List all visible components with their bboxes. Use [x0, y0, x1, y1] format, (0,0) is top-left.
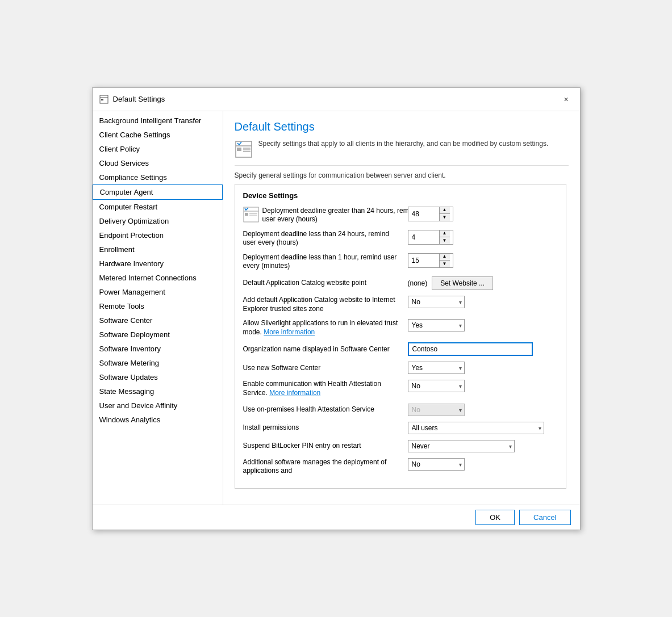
- device-settings-title: Device Settings: [243, 191, 558, 200]
- cancel-button[interactable]: Cancel: [519, 510, 570, 525]
- control-onprem-health: No Yes: [408, 404, 558, 416]
- sidebar-item-state-messaging[interactable]: State Messaging: [93, 384, 223, 398]
- spinner-deployment-less24h: ▲ ▼: [408, 230, 453, 245]
- spin-down-deployment-less1h[interactable]: ▼: [440, 261, 450, 267]
- section-subtitle: Specify general settings for communicati…: [235, 171, 569, 179]
- dialog-footer: OK Cancel: [93, 505, 580, 530]
- sidebar-item-software-inventory[interactable]: Software Inventory: [93, 342, 223, 356]
- sidebar-item-windows-analytics[interactable]: Windows Analytics: [93, 413, 223, 427]
- setting-row-onprem-health: Use on-premises Health Attestation Servi…: [243, 404, 558, 416]
- default-settings-dialog: Default Settings × Background Intelligen…: [92, 87, 581, 530]
- label-app-catalog: Default Application Catalog website poin…: [243, 279, 402, 288]
- main-title: Default Settings: [235, 120, 569, 133]
- select-additional-software[interactable]: No Yes: [408, 458, 465, 471]
- title-bar: Default Settings ×: [93, 88, 580, 111]
- select-silverlight[interactable]: Yes No: [408, 319, 465, 331]
- select-install-permissions[interactable]: All users Only administrators Only admin…: [408, 422, 544, 434]
- label-deployment-24h: Deployment deadline greater than 24 hour…: [262, 207, 421, 224]
- sidebar-item-client-policy[interactable]: Client Policy: [93, 142, 223, 156]
- control-deployment-less24h: ▲ ▼: [408, 230, 558, 245]
- silverlight-more-info-link[interactable]: More information: [264, 328, 315, 336]
- svg-rect-11: [245, 213, 248, 216]
- sidebar-item-compliance-settings[interactable]: Compliance Settings: [93, 170, 223, 184]
- sidebar-item-endpoint-protection[interactable]: Endpoint Protection: [93, 228, 223, 242]
- sidebar-item-enrollment[interactable]: Enrollment: [93, 242, 223, 257]
- svg-rect-5: [237, 148, 241, 151]
- org-name-input[interactable]: [408, 342, 533, 356]
- sidebar-item-cloud-services[interactable]: Cloud Services: [93, 156, 223, 170]
- spin-up-deployment-less24h[interactable]: ▲: [440, 230, 450, 237]
- settings-icon-deployment-24h: [243, 207, 259, 223]
- select-wrapper-new-software-center: Yes No: [408, 362, 465, 374]
- spin-down-deployment-less24h[interactable]: ▼: [440, 237, 450, 244]
- control-ie-trusted: No Yes: [408, 296, 558, 308]
- label-install-permissions: Install permissions: [243, 423, 402, 433]
- control-additional-software: No Yes: [408, 458, 558, 471]
- select-ie-trusted[interactable]: No Yes: [408, 296, 465, 308]
- spinner-buttons-deployment-less24h: ▲ ▼: [439, 230, 450, 244]
- spin-up-deployment-less1h[interactable]: ▲: [440, 254, 450, 261]
- settings-panel: Device Settings: [235, 184, 569, 500]
- main-content: Default Settings Specify settings that a…: [223, 111, 580, 505]
- spinner-input-deployment-less24h[interactable]: [408, 230, 439, 244]
- sidebar-item-software-center[interactable]: Software Center: [93, 313, 223, 328]
- select-wrapper-health-attestation: No Yes: [408, 380, 465, 392]
- sidebar-item-delivery-optimization[interactable]: Delivery Optimization: [93, 214, 223, 228]
- spinner-input-deployment-less1h[interactable]: [408, 254, 439, 267]
- spinner-buttons-deployment-less1h: ▲ ▼: [439, 254, 450, 267]
- description-icon: [235, 140, 253, 158]
- sidebar-item-client-cache-settings[interactable]: Client Cache Settings: [93, 128, 223, 142]
- select-wrapper-additional-software: No Yes: [408, 458, 465, 471]
- sidebar-item-power-management[interactable]: Power Management: [93, 285, 223, 299]
- spin-up-deployment-24h[interactable]: ▲: [440, 207, 450, 214]
- sidebar-item-software-metering[interactable]: Software Metering: [93, 356, 223, 370]
- svg-rect-2: [101, 99, 103, 100]
- sidebar-item-user-device-affinity[interactable]: User and Device Affinity: [93, 398, 223, 413]
- control-bitlocker: Never Always When managed by ConfigMgr: [408, 440, 558, 452]
- sidebar-item-software-updates[interactable]: Software Updates: [93, 370, 223, 384]
- setting-label-area-deployment-24h: Deployment deadline greater than 24 hour…: [243, 207, 402, 224]
- sidebar-item-hardware-inventory[interactable]: Hardware Inventory: [93, 257, 223, 271]
- setting-row-install-permissions: Install permissions All users Only admin…: [243, 422, 558, 434]
- select-wrapper-install-permissions: All users Only administrators Only admin…: [408, 422, 544, 434]
- title-bar-left: Default Settings: [99, 95, 165, 104]
- select-wrapper-onprem-health: No Yes: [408, 404, 465, 416]
- setting-row-health-attestation: Enable communication with Health Attesta…: [243, 380, 558, 397]
- set-website-button[interactable]: Set Website ...: [432, 276, 493, 290]
- setting-row-new-software-center: Use new Software Center Yes No: [243, 362, 558, 374]
- dialog-icon: [99, 95, 108, 104]
- sidebar-item-background-intelligent-transfer[interactable]: Background Intelligent Transfer: [93, 114, 223, 128]
- select-new-software-center[interactable]: Yes No: [408, 362, 465, 374]
- setting-row-additional-software: Additional software manages the deployme…: [243, 458, 558, 476]
- sidebar-item-metered-internet-connections[interactable]: Metered Internet Connections: [93, 271, 223, 285]
- label-ie-trusted: Add default Application Catalog website …: [243, 296, 402, 313]
- spinner-buttons-deployment-24h: ▲ ▼: [439, 207, 450, 221]
- sidebar-item-computer-agent[interactable]: Computer Agent: [93, 184, 223, 200]
- setting-row-ie-trusted: Add default Application Catalog website …: [243, 296, 558, 313]
- select-wrapper-ie-trusted: No Yes: [408, 296, 465, 308]
- setting-row-org-name: Organization name displayed in Software …: [243, 342, 558, 356]
- description-area: Specify settings that apply to all clien…: [235, 139, 569, 166]
- sidebar-item-computer-restart[interactable]: Computer Restart: [93, 200, 223, 214]
- sidebar-item-software-deployment[interactable]: Software Deployment: [93, 328, 223, 342]
- select-wrapper-bitlocker: Never Always When managed by ConfigMgr: [408, 440, 515, 452]
- sidebar: Background Intelligent TransferClient Ca…: [93, 111, 223, 505]
- control-silverlight: Yes No: [408, 319, 558, 331]
- close-button[interactable]: ×: [560, 93, 573, 106]
- spinner-input-deployment-24h[interactable]: [408, 207, 439, 221]
- sidebar-item-remote-tools[interactable]: Remote Tools: [93, 299, 223, 313]
- spin-down-deployment-24h[interactable]: ▼: [440, 214, 450, 221]
- health-attestation-more-info-link[interactable]: More information: [269, 389, 320, 397]
- label-health-attestation: Enable communication with Health Attesta…: [243, 380, 402, 397]
- dialog-body: Background Intelligent TransferClient Ca…: [93, 111, 580, 505]
- select-onprem-health[interactable]: No Yes: [408, 404, 465, 416]
- setting-row-deployment-24h: Deployment deadline greater than 24 hour…: [243, 207, 558, 224]
- dialog-title: Default Settings: [113, 95, 165, 103]
- select-bitlocker[interactable]: Never Always When managed by ConfigMgr: [408, 440, 515, 452]
- select-health-attestation[interactable]: No Yes: [408, 380, 465, 392]
- setting-row-app-catalog: Default Application Catalog website poin…: [243, 276, 558, 290]
- label-new-software-center: Use new Software Center: [243, 364, 402, 373]
- device-settings-box: Device Settings: [235, 184, 566, 489]
- setting-row-bitlocker: Suspend BitLocker PIN entry on restart N…: [243, 440, 558, 452]
- ok-button[interactable]: OK: [475, 510, 515, 525]
